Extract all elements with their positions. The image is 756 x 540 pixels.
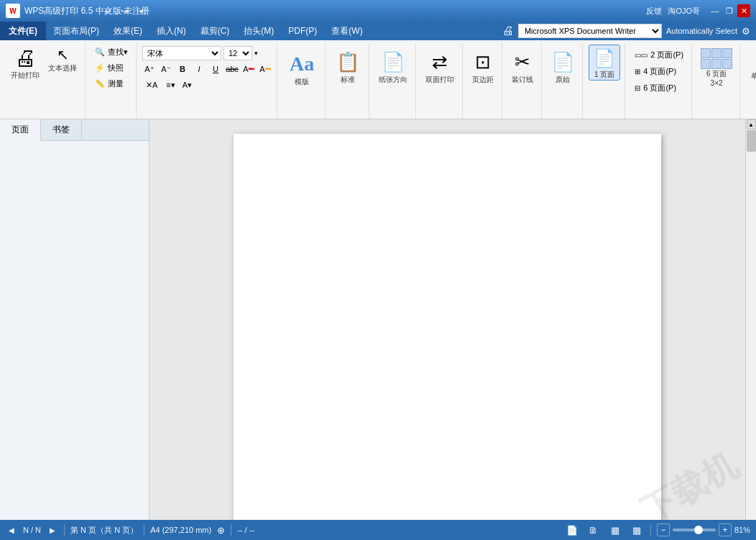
view-6x2-button[interactable]: 6 页面3×2: [698, 45, 735, 88]
quick-button[interactable]: ⚡ 快照: [91, 60, 132, 75]
italic-button[interactable]: I: [192, 62, 206, 76]
measure-label: 测量: [108, 78, 124, 89]
separator-3: [231, 524, 231, 536]
font-color-button[interactable]: A▬: [241, 62, 256, 76]
page-detail-text: 第 N 页（共 N 页）: [70, 525, 138, 536]
ribbon-group-margin: ⊡ 页边距: [464, 43, 502, 119]
margin-button[interactable]: ⊡ 页边距: [469, 45, 497, 91]
auto-select-label: Automatically Select: [666, 27, 737, 35]
font-smaller-button[interactable]: A⁻: [159, 62, 173, 76]
menu-insert[interactable]: 插入(N): [149, 22, 193, 40]
vertical-scrollbar[interactable]: ▲: [745, 119, 756, 520]
restore-button[interactable]: ❐: [723, 4, 736, 17]
underline-button[interactable]: U: [208, 62, 223, 76]
redo-button[interactable]: ↪: [117, 4, 132, 19]
dropdown-arrow-button[interactable]: ▾: [134, 4, 148, 19]
cropmark-group-label: [508, 116, 537, 119]
ribbon-group-template: Aa 模版: [279, 43, 326, 119]
zoom-in-button[interactable]: +: [719, 523, 732, 536]
strikethrough2-button[interactable]: ✕A: [142, 78, 161, 92]
add-page-icon[interactable]: ⊕: [217, 525, 225, 536]
print-group-label: [7, 116, 80, 119]
menu-layout[interactable]: 页面布局(P): [46, 22, 106, 40]
view-normal-button[interactable]: 📄: [564, 522, 580, 538]
zoom-out-button[interactable]: −: [657, 523, 670, 536]
menu-crop[interactable]: 裁剪(C): [193, 22, 237, 40]
paper-orient-button[interactable]: 📄 纸张方向: [375, 45, 411, 91]
menu-pdf[interactable]: PDF(P): [281, 22, 324, 40]
undo-button[interactable]: ↩: [101, 4, 115, 19]
ribbon: 🖨 开始打印 ↖ 文本选择 🔍 查找▾ ⚡ 快照 �: [0, 40, 756, 119]
window-controls: — ❐ ✕: [709, 4, 750, 17]
find-button[interactable]: 🔍 查找▾: [91, 45, 132, 60]
template-label: 模版: [295, 77, 309, 87]
sidebar-tab-page[interactable]: 页面: [0, 119, 41, 141]
measure-button[interactable]: 📏 测量: [91, 76, 132, 91]
sidebar: 页面 书签: [0, 119, 149, 520]
menu-review[interactable]: 查看(W): [324, 22, 369, 40]
view-grid1-button[interactable]: ▦: [607, 522, 623, 538]
cursor-icon: ↖: [57, 47, 69, 62]
font-size-select[interactable]: 12: [223, 46, 252, 60]
font-family-select[interactable]: 宋体: [142, 46, 221, 60]
scroll-up-button[interactable]: ▲: [747, 119, 756, 129]
measure-icon: 📏: [95, 79, 105, 88]
strikethrough-button[interactable]: abc: [225, 62, 239, 76]
original-button[interactable]: 📄 原始: [548, 45, 578, 91]
zoom-slider-thumb: [694, 526, 703, 534]
ribbon-group-zoom: 🔍 单独缩放: [742, 43, 756, 119]
ribbon-group-orient: 📄 纸张方向: [371, 43, 416, 119]
font-size-arrow: ▾: [254, 50, 258, 57]
text-select-button[interactable]: ↖ 文本选择: [45, 45, 80, 76]
view-single-button[interactable]: 🗎: [586, 522, 601, 538]
standard-icon: 📋: [336, 51, 359, 73]
minimize-button[interactable]: —: [709, 4, 722, 17]
page-prev-button[interactable]: ◀: [6, 524, 17, 536]
page-nav-info: N / N: [23, 526, 41, 534]
template-icon: Aa: [290, 52, 314, 75]
template-group-label: [283, 116, 321, 119]
print-icon: 🖨: [14, 47, 36, 69]
view-grid2-button[interactable]: ▦: [629, 522, 645, 538]
view-2page-button[interactable]: ▭▭ 2 页面(P): [631, 47, 687, 63]
feedback-button[interactable]: 反馈: [646, 6, 662, 17]
close-button[interactable]: ✕: [737, 4, 750, 17]
sidebar-tab-bookmark[interactable]: 书签: [41, 119, 82, 140]
ribbon-group-original: 📄 原始: [543, 43, 583, 119]
start-print-button[interactable]: 🖨 开始打印: [7, 45, 43, 83]
zoom-slider[interactable]: [673, 528, 716, 531]
duplex-button[interactable]: ⇄ 双面打印: [422, 45, 458, 91]
bold-button[interactable]: B: [175, 62, 190, 76]
page-next-button[interactable]: ▶: [47, 524, 58, 536]
menu-effect[interactable]: 效果(E): [106, 22, 149, 40]
spacing-button[interactable]: ≡▾: [163, 78, 178, 92]
highlight-button[interactable]: A▬: [258, 62, 272, 76]
duplex-group-label: [422, 116, 458, 119]
font-larger-button[interactable]: A⁺: [142, 62, 157, 76]
separator-1: [64, 524, 65, 536]
quick-access-toolbar: ↩ ↪ ▾: [101, 4, 148, 19]
menu-file[interactable]: 文件(E): [0, 22, 46, 40]
start-print-label: 开始打印: [11, 70, 40, 81]
app-title: WPS高级打印 6.5 中文版 未注册: [24, 5, 336, 17]
view-6page-button[interactable]: ⊟ 6 页面(P): [631, 81, 680, 96]
printer-icon: 🖨: [502, 24, 514, 37]
ribbon-group-cropmark: ✂ 装订线: [504, 43, 542, 119]
zoom-button[interactable]: 🔍 单独缩放: [746, 45, 756, 88]
menu-header[interactable]: 抬头(M): [236, 22, 281, 40]
view-1page-button[interactable]: 📄 1 页面: [589, 45, 620, 81]
sidebar-tabs: 页面 书签: [0, 119, 149, 141]
scroll-thumb[interactable]: [747, 130, 756, 152]
template-button[interactable]: Aa 模版: [283, 45, 321, 95]
tools-small-group: 🔍 查找▾ ⚡ 快照 📏 测量: [91, 45, 132, 91]
view-4page-button[interactable]: ⊞ 4 页面(P): [631, 64, 680, 79]
app-icon: W: [6, 4, 20, 18]
printer-select[interactable]: Microsoft XPS Document Writer: [518, 24, 662, 38]
standard-button[interactable]: 📋 标准: [331, 45, 364, 91]
printer-settings-icon[interactable]: ⚙: [742, 26, 750, 37]
color-picker2-button[interactable]: A▾: [180, 78, 194, 92]
find-label: 查找▾: [108, 47, 128, 58]
cropmark-button[interactable]: ✂ 装订线: [508, 45, 537, 91]
ribbon-group-standard: 📋 标准: [327, 43, 369, 119]
document-page: [234, 134, 661, 520]
